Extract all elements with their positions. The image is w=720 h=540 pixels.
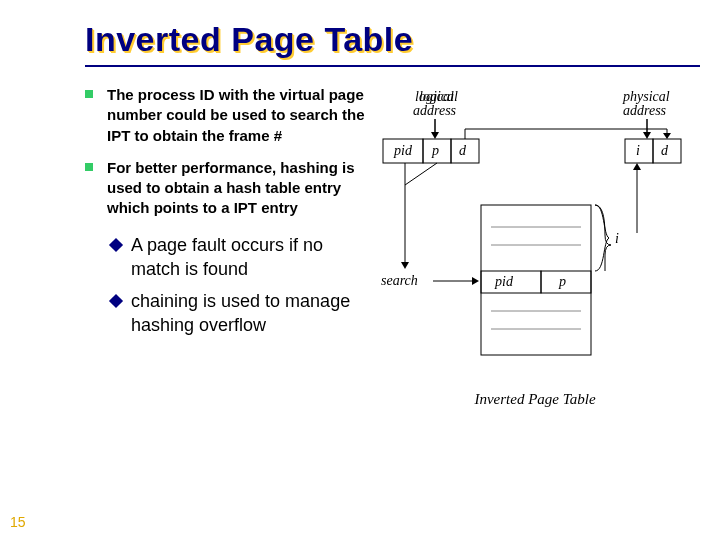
diagram-column: logical logicaladdress physicaladdress p… bbox=[375, 85, 695, 408]
table-cell-p: p bbox=[558, 274, 566, 289]
sub-bullet-item: chaining is used to manage hashing overf… bbox=[111, 289, 365, 338]
svg-text:logicaladdress: logicaladdress bbox=[413, 89, 458, 118]
svg-marker-14 bbox=[663, 133, 671, 139]
svg-marker-5 bbox=[643, 132, 651, 139]
svg-rect-23 bbox=[541, 271, 591, 293]
sub-bullet-item: A page fault occurs if no match is found bbox=[111, 233, 365, 282]
svg-marker-18 bbox=[401, 262, 409, 269]
diamond-bullet-icon bbox=[109, 294, 123, 308]
svg-text:physicaladdress: physicaladdress bbox=[622, 89, 670, 118]
svg-marker-20 bbox=[472, 277, 479, 285]
text-column: The process ID with the virtual page num… bbox=[85, 85, 365, 408]
cell-d: d bbox=[459, 143, 467, 158]
bullet-text: For better performance, hashing is used … bbox=[107, 158, 365, 219]
sub-bullet-text: A page fault occurs if no match is found bbox=[131, 233, 365, 282]
cell-i: i bbox=[636, 143, 640, 158]
label-search: search bbox=[381, 273, 418, 288]
sub-bullet-list: A page fault occurs if no match is found… bbox=[111, 233, 365, 338]
cell-d: d bbox=[661, 143, 669, 158]
svg-marker-29 bbox=[633, 163, 641, 170]
page-number: 15 bbox=[10, 514, 26, 530]
brace-label-i: i bbox=[615, 231, 619, 246]
sub-bullet-text: chaining is used to manage hashing overf… bbox=[131, 289, 365, 338]
bullet-item: The process ID with the virtual page num… bbox=[85, 85, 365, 146]
diamond-bullet-icon bbox=[109, 237, 123, 251]
bullet-item: For better performance, hashing is used … bbox=[85, 158, 365, 219]
slide-title: Inverted Page Table bbox=[85, 20, 720, 59]
table-cell-pid: pid bbox=[494, 274, 514, 289]
diagram-caption: Inverted Page Table bbox=[375, 391, 695, 408]
cell-pid: pid bbox=[393, 143, 413, 158]
square-bullet-icon bbox=[85, 90, 93, 98]
cell-p: p bbox=[431, 143, 439, 158]
svg-marker-3 bbox=[431, 132, 439, 139]
svg-line-16 bbox=[405, 163, 437, 185]
inverted-page-table-diagram: logical logicaladdress physicaladdress p… bbox=[375, 85, 695, 385]
bullet-text: The process ID with the virtual page num… bbox=[107, 85, 365, 146]
square-bullet-icon bbox=[85, 163, 93, 171]
